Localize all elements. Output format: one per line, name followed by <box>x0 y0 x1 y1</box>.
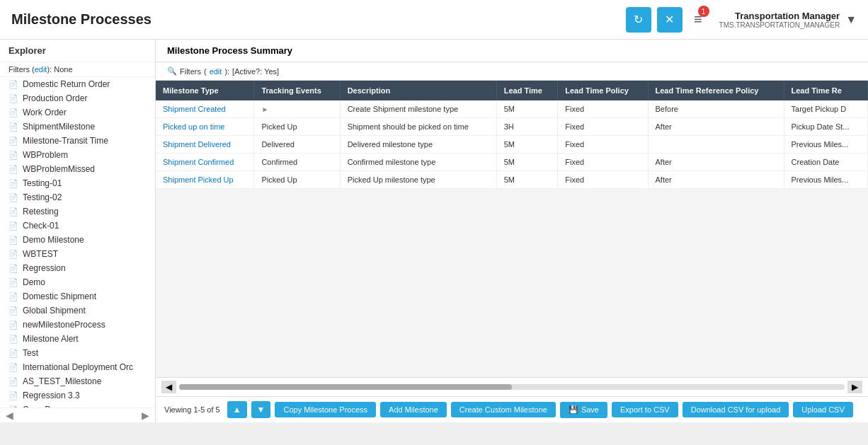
sidebar-scroll-left[interactable]: ◀ <box>6 410 13 421</box>
content-area: Milestone Process Summary 🔍 Filters (edi… <box>156 40 868 422</box>
cell-milestone-type[interactable]: Shipment Created <box>156 100 254 118</box>
content-filters-icon: 🔍 <box>167 67 177 76</box>
sidebar-item[interactable]: 📄WBTEST <box>0 247 155 261</box>
sidebar-item-label: Production Order <box>23 93 87 103</box>
user-dropdown-arrow[interactable]: ▼ <box>845 13 857 26</box>
cell-lead-time-ref-policy: After <box>648 118 784 136</box>
download-csv-button[interactable]: Download CSV for upload <box>683 402 789 417</box>
sidebar-item-label: Domestic Return Order <box>23 79 110 89</box>
sidebar-item[interactable]: 📄Domestic Shipment <box>0 289 155 304</box>
content-filters-value: [Active?: Yes] <box>232 67 279 76</box>
doc-icon: 📄 <box>8 80 18 89</box>
sidebar-item[interactable]: 📄Test <box>0 346 155 360</box>
sidebar-item[interactable]: 📄Testing-02 <box>0 190 155 204</box>
cell-lead-time-ref-policy <box>648 136 784 154</box>
col-tracking-events: Tracking Events <box>254 81 340 100</box>
cell-milestone-type[interactable]: Shipment Confirmed <box>156 154 254 171</box>
sidebar-filters-edit-link[interactable]: edit <box>35 65 47 74</box>
cell-milestone-type[interactable]: Shipment Delivered <box>156 136 254 154</box>
sidebar-scroll-right[interactable]: ▶ <box>142 410 149 421</box>
page-title: Milestone Processes <box>11 11 626 28</box>
save-button[interactable]: 💾 Save <box>560 402 607 418</box>
milestone-type-link[interactable]: Shipment Confirmed <box>163 158 234 166</box>
sidebar-item-label: WBProblem <box>23 150 68 160</box>
sidebar-item[interactable]: 📄ShipmentMilestone <box>0 120 155 134</box>
sidebar-item[interactable]: 📄Domestic Return Order <box>0 77 155 91</box>
sidebar-item[interactable]: 📄AS_TEST_Milestone <box>0 374 155 388</box>
create-custom-milestone-button[interactable]: Create Custom Milestone <box>451 402 556 417</box>
col-milestone-type: Milestone Type <box>156 81 254 100</box>
content-title: Milestone Process Summary <box>156 40 868 62</box>
cell-lead-time-re: Previous Miles... <box>784 136 867 154</box>
doc-icon: 📄 <box>8 165 18 174</box>
sidebar-item-label: Work Order <box>23 108 67 117</box>
cell-tracking-events: Picked Up <box>254 118 340 136</box>
sidebar-scroll-controls: ◀ ▶ <box>0 408 155 422</box>
copy-milestone-process-button[interactable]: Copy Milestone Process <box>275 402 376 417</box>
save-icon: 💾 <box>569 405 578 415</box>
export-csv-button[interactable]: Export to CSV <box>612 402 678 417</box>
scroll-right-btn[interactable]: ▶ <box>847 381 862 393</box>
col-lead-time-re: Lead Time Re <box>784 81 867 100</box>
sidebar-item[interactable]: 📄newMilestoneProcess <box>0 318 155 332</box>
sidebar-item[interactable]: 📄Global Shipment <box>0 304 155 318</box>
doc-icon: 📄 <box>8 207 18 216</box>
menu-button[interactable]: ≡ 1 <box>688 8 708 30</box>
cell-lead-time: 5M <box>496 136 558 154</box>
sidebar-item[interactable]: 📄Work Order <box>0 105 155 120</box>
sidebar: Explorer Filters (edit): None 📄Domestic … <box>0 40 156 422</box>
milestone-type-link[interactable]: Shipment Created <box>163 105 226 113</box>
content-filters-edit-link[interactable]: edit <box>210 67 222 76</box>
col-description: Description <box>340 81 496 100</box>
sidebar-item-label: Milestone-Transit Time <box>23 136 108 146</box>
upload-csv-button[interactable]: Upload CSV <box>793 402 853 417</box>
sidebar-item-label: Check-01 <box>23 221 59 231</box>
sidebar-item[interactable]: 📄WBProblemMissed <box>0 162 155 176</box>
sidebar-item[interactable]: 📄WBProblem <box>0 148 155 162</box>
sidebar-item[interactable]: 📄Production Order <box>0 91 155 105</box>
cell-milestone-type[interactable]: Picked up on time <box>156 118 254 136</box>
scroll-track[interactable] <box>179 384 845 390</box>
doc-icon: 📄 <box>8 306 18 316</box>
col-lead-time-ref-policy: Lead Time Reference Policy <box>648 81 784 100</box>
table-row: Shipment Created ► Create Shipment miles… <box>156 100 868 118</box>
cell-description: Shipment should be picked on time <box>340 118 496 136</box>
sidebar-filters: Filters (edit): None <box>0 62 155 77</box>
scroll-down-button[interactable]: ▼ <box>251 401 271 418</box>
user-name: Transportation Manager <box>719 11 840 21</box>
footer: Viewing 1-5 of 5 ▲ ▼ Copy Milestone Proc… <box>156 396 868 422</box>
sidebar-item[interactable]: 📄International Deployment Orc <box>0 360 155 374</box>
cell-lead-time-ref-policy: After <box>648 171 784 189</box>
sidebar-item[interactable]: 📄Demo Milestone <box>0 233 155 247</box>
cell-tracking-events: Picked Up <box>254 171 340 189</box>
header-actions: ↻ ✕ ≡ 1 Transportation Manager TMS.TRANS… <box>626 7 857 33</box>
scroll-up-button[interactable]: ▲ <box>227 401 247 418</box>
sidebar-item[interactable]: 📄Check-01 <box>0 219 155 233</box>
doc-icon: 📄 <box>8 179 18 188</box>
cell-milestone-type[interactable]: Shipment Picked Up <box>156 171 254 189</box>
sidebar-item[interactable]: 📄Copy Process <box>0 403 155 408</box>
milestone-type-link[interactable]: Shipment Delivered <box>163 140 231 149</box>
close-button[interactable]: ✕ <box>657 7 683 33</box>
sidebar-item[interactable]: 📄Regression 3.3 <box>0 388 155 403</box>
expand-arrow[interactable]: ► <box>261 105 268 113</box>
doc-icon: 📄 <box>8 236 18 245</box>
cell-lead-time-re: Creation Date <box>784 154 867 171</box>
scroll-left-btn[interactable]: ◀ <box>161 381 176 393</box>
sidebar-item[interactable]: 📄Regression <box>0 261 155 275</box>
sidebar-item[interactable]: 📄Testing-01 <box>0 176 155 190</box>
add-milestone-button[interactable]: Add Milestone <box>380 402 447 417</box>
sidebar-item-label: ShipmentMilestone <box>23 122 95 132</box>
horizontal-scrollbar[interactable]: ◀ ▶ <box>156 377 868 396</box>
sidebar-item-label: Testing-01 <box>23 178 62 188</box>
milestone-type-link[interactable]: Shipment Picked Up <box>163 175 234 184</box>
sidebar-item[interactable]: 📄Milestone Alert <box>0 332 155 346</box>
cell-lead-time-policy: Fixed <box>558 100 648 118</box>
sidebar-item[interactable]: 📄Milestone-Transit Time <box>0 134 155 148</box>
sidebar-item[interactable]: 📄Demo <box>0 275 155 289</box>
milestone-type-link[interactable]: Picked up on time <box>163 122 224 131</box>
content-filters: 🔍 Filters (edit): [Active?: Yes] <box>156 62 868 81</box>
doc-icon: 📄 <box>8 108 18 117</box>
refresh-button[interactable]: ↻ <box>626 7 651 33</box>
sidebar-item[interactable]: 📄Retesting <box>0 204 155 219</box>
